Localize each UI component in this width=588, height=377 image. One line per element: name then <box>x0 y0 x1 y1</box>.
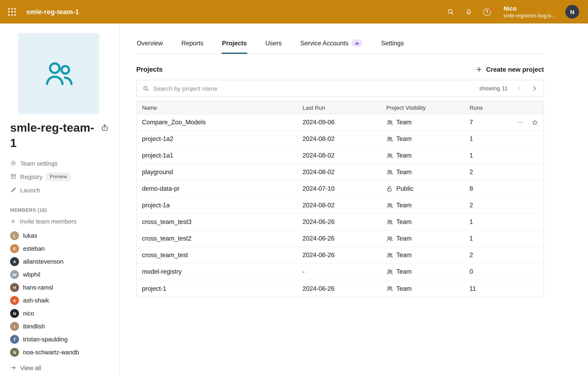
project-visibility: Team <box>386 268 469 275</box>
member-row[interactable]: L lukas <box>10 229 112 242</box>
project-row[interactable]: project-1a1 2024-08-02 Team 1 <box>137 147 544 164</box>
main-content: Overview Reports Projects Users Service … <box>120 24 588 377</box>
project-name[interactable]: project-1a1 <box>142 152 302 159</box>
member-row[interactable]: W wbphil <box>10 268 112 281</box>
tab-settings[interactable]: Settings <box>381 35 404 53</box>
project-row[interactable]: model-registry - Team 0 <box>137 264 544 280</box>
chevron-right-icon[interactable] <box>531 85 538 92</box>
app-menu-icon[interactable] <box>8 8 16 16</box>
column-header-last-run: Last Run <box>302 104 386 111</box>
project-search-input[interactable] <box>153 85 475 92</box>
team-settings-label: Team settings <box>20 160 58 167</box>
bell-icon[interactable] <box>465 8 473 16</box>
project-last-run: 2024-09-06 <box>302 119 386 126</box>
visibility-icon <box>386 119 393 126</box>
launch-link[interactable]: Launch <box>10 183 112 197</box>
project-name[interactable]: demo-data-pr <box>142 185 302 192</box>
plus-icon <box>10 218 16 224</box>
column-header-runs: Runs <box>469 104 544 111</box>
member-name: lukas <box>23 232 37 239</box>
preview-badge: Preview <box>46 173 71 180</box>
project-last-run: 2024-06-26 <box>302 285 386 292</box>
project-search-bar: showing 11 <box>136 80 544 97</box>
question-mark-icon: ? <box>483 8 491 16</box>
tab-service-accounts-label: Service Accounts <box>300 39 348 47</box>
project-name[interactable]: project-1a2 <box>142 135 302 142</box>
create-new-project-button[interactable]: Create new project <box>476 66 544 73</box>
gear-icon <box>10 160 17 166</box>
member-row[interactable]: A ash-shaik <box>10 294 112 307</box>
project-row[interactable]: project-1 2024-06-26 Team 11 <box>137 280 544 297</box>
member-row[interactable]: A allanstevenson <box>10 255 112 268</box>
row-actions <box>517 119 538 126</box>
crown-badge-icon <box>352 39 363 47</box>
member-name: ash-shaik <box>23 297 49 304</box>
user-avatar[interactable]: N <box>565 5 579 19</box>
tab-overview[interactable]: Overview <box>136 35 163 53</box>
runs-count: 1 <box>469 218 473 225</box>
member-row[interactable]: T tristan-spaulding <box>10 333 112 346</box>
user-menu[interactable]: Nico smle-registries-bug-b... <box>503 4 555 19</box>
showing-count: showing 11 <box>479 85 508 92</box>
share-icon[interactable] <box>101 124 109 132</box>
team-avatar <box>18 33 99 114</box>
visibility-label: Team <box>396 202 412 209</box>
member-name: allanstevenson <box>23 258 64 265</box>
runs-count: 2 <box>469 202 473 209</box>
tab-reports[interactable]: Reports <box>181 35 204 53</box>
visibility-icon <box>386 285 393 292</box>
project-row[interactable]: cross_team_test2 2024-06-26 Team 1 <box>137 230 544 247</box>
member-row[interactable]: E esteban <box>10 242 112 255</box>
project-row[interactable]: Compare_Zoo_Models 2024-09-06 Team 7 <box>137 114 544 131</box>
runs-count: 0 <box>469 268 473 275</box>
tab-projects[interactable]: Projects <box>222 35 247 54</box>
project-row[interactable]: project-1a2 2024-08-02 Team 1 <box>137 131 544 147</box>
visibility-label: Team <box>396 268 412 275</box>
project-name[interactable]: Compare_Zoo_Models <box>142 119 302 126</box>
project-row[interactable]: playground 2024-08-02 Team 2 <box>137 164 544 181</box>
notification-dot <box>489 7 492 10</box>
project-row[interactable]: demo-data-pr 2024-07-10 Public 8 <box>137 181 544 197</box>
member-row[interactable]: N noa-schwartz-wandb <box>10 346 112 359</box>
project-row[interactable]: cross_team_test 2024-06-26 Team 2 <box>137 247 544 264</box>
member-row[interactable]: I ibindlish <box>10 320 112 333</box>
chevron-left-icon[interactable] <box>516 85 522 92</box>
tab-service-accounts[interactable]: Service Accounts <box>300 35 363 53</box>
invite-team-members-button[interactable]: Invite team members <box>10 218 112 224</box>
visibility-label: Team <box>396 152 412 159</box>
member-name: wbphil <box>23 271 40 278</box>
visibility-icon <box>386 268 393 275</box>
team-settings-link[interactable]: Team settings <box>10 156 112 170</box>
help-icon[interactable]: ? <box>483 8 491 16</box>
members-header: MEMBERS (16) <box>10 207 112 213</box>
member-name: nico <box>23 310 34 317</box>
member-row[interactable]: H hans-ramsl <box>10 281 112 294</box>
project-name[interactable]: project-1 <box>142 285 302 292</box>
project-name[interactable]: model-registry <box>142 268 302 275</box>
star-icon[interactable] <box>531 119 538 126</box>
project-name[interactable]: project-1a <box>142 202 302 209</box>
column-header-name: Name <box>142 104 302 111</box>
column-header-visibility: Project Visibility <box>386 104 469 111</box>
tab-users[interactable]: Users <box>265 35 282 53</box>
project-last-run: 2024-08-02 <box>302 202 386 209</box>
member-avatar: W <box>10 270 19 279</box>
project-name[interactable]: playground <box>142 168 302 176</box>
team-people-icon <box>42 57 75 90</box>
topbar: smle-reg-team-1 ? Nico smle-registries-b… <box>0 0 588 24</box>
runs-count: 1 <box>469 152 473 159</box>
registry-link[interactable]: Registry Preview <box>10 170 112 183</box>
project-name[interactable]: cross_team_test3 <box>142 218 302 225</box>
rocket-icon <box>10 187 17 193</box>
view-all-members-link[interactable]: View all <box>10 364 112 371</box>
search-icon[interactable] <box>446 8 455 16</box>
launch-label: Launch <box>20 187 40 193</box>
member-row[interactable]: N nico <box>10 307 112 320</box>
member-avatar: N <box>10 309 19 318</box>
project-row[interactable]: project-1a 2024-08-02 Team 2 <box>137 197 544 214</box>
project-row[interactable]: cross_team_test3 2024-06-26 Team 1 <box>137 214 544 230</box>
more-actions-icon[interactable] <box>517 119 524 126</box>
project-last-run: 2024-07-10 <box>302 185 386 192</box>
project-name[interactable]: cross_team_test <box>142 251 302 259</box>
project-name[interactable]: cross_team_test2 <box>142 235 302 242</box>
